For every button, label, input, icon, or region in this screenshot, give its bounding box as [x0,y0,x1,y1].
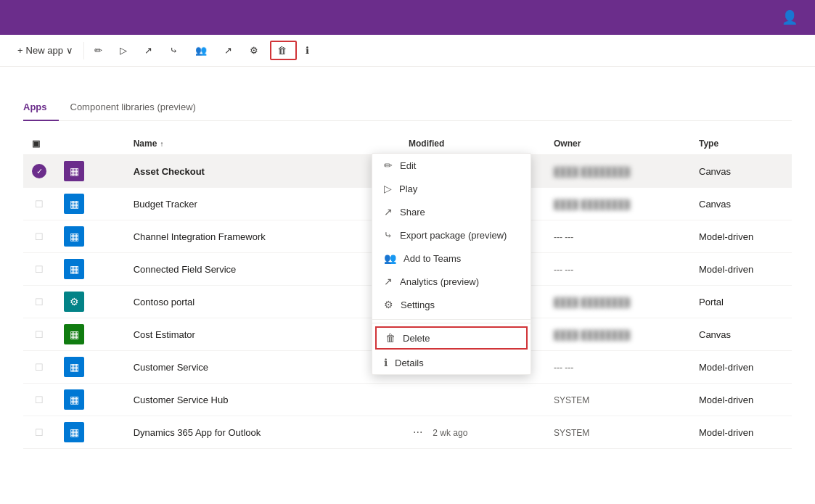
ctx-item-share[interactable]: ↗Share [372,200,531,223]
ctx-icon: ↗ [384,206,393,218]
row-name-cell[interactable]: Customer Service [125,351,400,384]
row-owner-cell: ████ ████████ [545,155,690,188]
export-button[interactable]: ⤷ [164,42,187,59]
ctx-item-export-package-(preview)[interactable]: ⤷Export package (preview) [372,223,531,247]
app-icon: ▦ [64,194,84,214]
row-checkbox[interactable]: ☐ [35,394,44,405]
row-icon-cell: ▦ [55,155,125,188]
select-all-checkbox[interactable]: ▣ [32,139,40,149]
ctx-label: Play [399,183,417,194]
row-checkbox[interactable]: ☐ [35,231,44,242]
row-checkbox[interactable]: ☐ [35,264,44,275]
row-name-cell[interactable]: Budget Tracker [125,188,400,220]
row-owner-cell: ████ ████████ [545,286,690,318]
row-owner-text: --- --- [554,363,573,373]
row-type-cell: Model-driven [690,351,792,384]
analytics-icon: ↗ [224,45,232,56]
row-name-cell[interactable]: Asset Checkout [125,155,400,188]
row-checkbox-cell: ☐ [23,253,55,286]
row-owner-text: SYSTEM [554,395,589,405]
row-name-cell[interactable]: Dynamics 365 App for Outlook [125,416,400,449]
row-owner-text: --- --- [554,232,573,242]
app-icon: ⚙ [64,292,84,312]
row-checkbox[interactable]: ☐ [35,297,44,307]
ctx-item-delete[interactable]: 🗑Delete [375,326,528,350]
row-owner-blurred: ████ ████████ [554,297,630,307]
table-row[interactable]: ☐▦Dynamics 365 App for Outlook···2 wk ag… [23,416,792,449]
row-modified-cell: ···2 wk ago [400,416,545,449]
col-owner[interactable]: Owner [545,133,690,155]
ctx-item-play[interactable]: ▷Play [372,177,531,200]
dropdown-icon: ∨ [66,45,73,56]
row-modified-cell [400,384,545,416]
ctx-label: Delete [403,333,430,344]
table-wrap: ▣ Name ↑ Modified Owner Type ✓▦Asset Che… [23,133,792,449]
ctx-item-edit[interactable]: ✏Edit [372,154,531,177]
ctx-label: Add to Teams [404,253,461,264]
row-checkbox-cell: ☐ [23,286,55,318]
table-row[interactable]: ☐▦Customer Service HubSYSTEMModel-driven [23,384,792,416]
row-modified-text: 2 wk ago [433,428,467,438]
play-icon: ▷ [120,45,127,56]
row-name-cell[interactable]: Channel Integration Framework [125,220,400,253]
row-name-cell[interactable]: Contoso portal [125,286,400,318]
app-icon: ▦ [64,161,84,181]
row-icon-cell: ⚙ [55,286,125,318]
addtoteams-button[interactable]: 👥 [189,42,216,59]
row-checkbox-cell: ☐ [23,416,55,449]
details-button[interactable]: ℹ [300,42,318,59]
row-owner-text: --- --- [554,265,573,275]
play-button[interactable]: ▷ [114,42,136,59]
share-icon: ↗ [144,45,152,56]
ctx-item-details[interactable]: ℹDetails [372,351,531,374]
tab-apps[interactable]: Apps [23,96,59,121]
new-app-button[interactable]: + New app ∨ [12,42,79,59]
row-checkbox[interactable]: ☐ [35,329,44,340]
col-modified[interactable]: Modified [400,133,545,155]
tab-component-libraries[interactable]: Component libraries (preview) [59,96,208,121]
row-checkbox[interactable]: ☐ [35,427,44,438]
row-checkbox[interactable]: ☐ [35,362,44,373]
ctx-item-analytics-(preview)[interactable]: ↗Analytics (preview) [372,270,531,293]
ctx-label: Details [395,358,424,368]
context-menu: ✏Edit▷Play↗Share⤷Export package (preview… [372,153,531,375]
ctx-icon: ⤷ [384,229,393,241]
col-type[interactable]: Type [690,133,792,155]
ctx-item-settings[interactable]: ⚙Settings [372,293,531,316]
row-name-cell[interactable]: Connected Field Service [125,253,400,286]
environment-icon: 👤 [782,9,798,25]
app-icon: ▦ [64,226,84,247]
ctx-item-add-to-teams[interactable]: 👥Add to Teams [372,247,531,270]
delete-button[interactable]: 🗑 [270,41,297,60]
row-name-cell[interactable]: Cost Estimator [125,318,400,351]
analytics-button[interactable]: ↗ [218,42,241,59]
share-button[interactable]: ↗ [139,42,161,59]
environment-info[interactable]: 👤 [782,9,803,25]
ctx-label: Settings [401,299,435,310]
row-owner-cell: --- --- [545,253,690,286]
col-icon [55,133,125,155]
row-checkbox-cell: ☐ [23,351,55,384]
edit-button[interactable]: ✏ [89,42,111,59]
row-dots-btn[interactable]: ··· [409,424,427,439]
app-icon: ▦ [64,324,84,344]
export-icon: ⤷ [170,45,178,56]
ctx-icon: ↗ [384,276,393,287]
col-name[interactable]: Name ↑ [125,133,400,155]
row-checkbox-cell: ☐ [23,318,55,351]
ctx-icon: ℹ [384,357,388,368]
row-name-cell[interactable]: Customer Service Hub [125,384,400,416]
ctx-icon: ⚙ [384,299,393,310]
settings-button[interactable]: ⚙ [244,42,267,59]
row-type-cell: Canvas [690,188,792,220]
delete-icon: 🗑 [277,45,287,56]
row-icon-cell: ▦ [55,253,125,286]
row-checkbox[interactable]: ☐ [35,199,44,210]
row-type-cell: Model-driven [690,253,792,286]
ctx-label: Share [400,207,425,218]
col-checkbox: ▣ [23,133,55,155]
toolbar: + New app ∨ ✏ ▷ ↗ ⤷ 👥 ↗ ⚙ 🗑 ℹ [0,35,815,67]
ctx-divider-2 [372,319,531,320]
teams-icon: 👥 [195,45,207,56]
row-type-cell: Model-driven [690,384,792,416]
